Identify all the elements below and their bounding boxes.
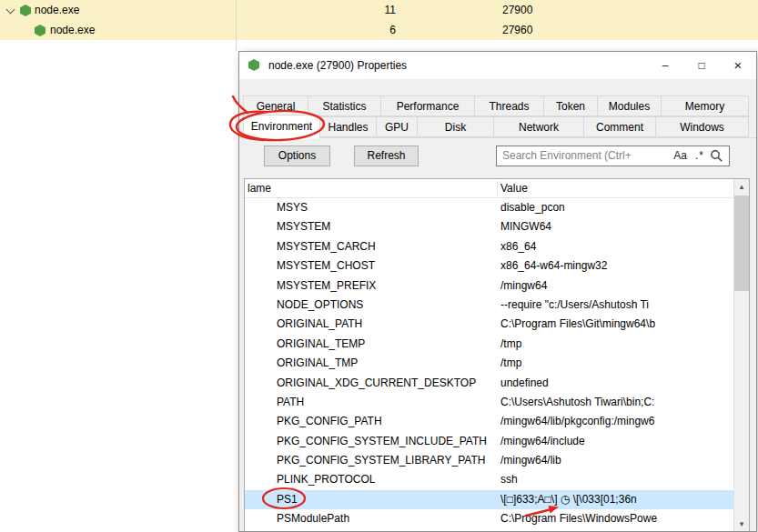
env-value: /mingw64 xyxy=(500,276,547,296)
search-input[interactable]: Search Environment (Ctrl+ Aa .* xyxy=(496,146,730,166)
list-header: lame Value xyxy=(245,179,733,198)
tab-token[interactable]: Token xyxy=(543,95,598,116)
tab-statistics[interactable]: Statistics xyxy=(308,95,381,116)
env-row[interactable]: ORIGINAL_TEMP/tmp xyxy=(245,335,733,354)
node-icon xyxy=(35,25,45,36)
column-separator[interactable] xyxy=(497,181,498,196)
env-name: MSYSTEM xyxy=(277,217,330,236)
env-row-selected[interactable]: PS1\[□]633;A□\] ◷ \[\033[01;36n xyxy=(245,490,733,509)
env-row[interactable]: PKG_CONFIG_SYSTEM_LIBRARY_PATH/mingw64/l… xyxy=(245,451,733,470)
column-gridline xyxy=(236,0,237,51)
tab-modules[interactable]: Modules xyxy=(597,95,662,116)
env-row[interactable]: PKG_CONFIG_PATH/mingw64/lib/pkgconfig:/m… xyxy=(245,412,733,431)
process-row[interactable]: node.exe 6 27960 xyxy=(0,20,758,40)
env-row[interactable]: MSYSTEM_CHOSTx86_64-w64-mingw32 xyxy=(245,256,733,276)
screen: node.exe 11 27900 node.exe 6 27960 node.… xyxy=(0,0,758,532)
env-name: PKG_CONFIG_SYSTEM_LIBRARY_PATH xyxy=(277,451,485,470)
env-value: --require "c:/Users/Ashutosh Ti xyxy=(500,296,649,315)
env-row[interactable]: PLINK_PROTOCOLssh xyxy=(245,470,733,489)
vertical-scrollbar[interactable]: ▴ ▾ xyxy=(733,179,749,532)
tab-threads[interactable]: Threads xyxy=(474,95,544,116)
env-row[interactable]: ORIGINAL_TMP/tmp xyxy=(245,354,733,373)
env-value: disable_pcon xyxy=(500,198,565,217)
env-value: MINGW64 xyxy=(500,217,551,236)
search-icon[interactable] xyxy=(710,149,723,163)
env-value: /mingw64/lib xyxy=(500,451,561,470)
search-placeholder: Search Environment (Ctrl+ xyxy=(502,146,632,166)
env-name: ORIGINAL_TEMP xyxy=(277,335,365,354)
env-value: /mingw64/lib/pkgconfig:/mingw6 xyxy=(500,412,654,431)
env-row[interactable]: PATHC:\Users\Ashutosh Tiwari\bin;C: xyxy=(245,393,733,412)
env-value: /tmp xyxy=(500,354,521,373)
tab-disk[interactable]: Disk xyxy=(417,116,494,137)
env-row[interactable]: ORIGINAL_PATHC:\Program Files\Git\mingw6… xyxy=(245,315,733,334)
process-name: node.exe xyxy=(50,20,95,40)
env-name: PLINK_PROTOCOL xyxy=(277,470,375,489)
match-case-icon[interactable]: Aa xyxy=(673,146,687,166)
close-button[interactable]: × xyxy=(720,52,756,78)
process-name: node.exe xyxy=(35,0,79,20)
tab-general[interactable]: General xyxy=(243,95,308,116)
regex-icon[interactable]: .* xyxy=(695,146,704,166)
tab-handles[interactable]: Handles xyxy=(319,116,377,137)
process-threads: 6 xyxy=(355,20,396,40)
env-row[interactable]: MSYSTEMMINGW64 xyxy=(245,217,733,236)
node-icon xyxy=(248,59,259,71)
env-name: MSYS xyxy=(277,198,308,217)
env-row[interactable]: MSYSdisable_pcon xyxy=(245,198,733,217)
tab-row-2: Environment Handles GPU Disk Network Com… xyxy=(243,116,754,141)
tab-memory[interactable]: Memory xyxy=(661,95,749,116)
env-name: ORIGINAL_XDG_CURRENT_DESKTOP xyxy=(277,374,476,393)
tab-performance[interactable]: Performance xyxy=(380,95,475,116)
maximize-button[interactable]: □ xyxy=(683,52,720,78)
node-icon xyxy=(20,5,31,16)
env-value: ssh xyxy=(500,470,518,489)
environment-list: lame Value MSYSdisable_pcon MSYSTEMMINGW… xyxy=(244,178,750,532)
process-row[interactable]: node.exe 11 27900 xyxy=(0,0,758,20)
env-value: C:\Users\Ashutosh Tiwari\bin;C: xyxy=(500,393,654,412)
tab-windows[interactable]: Windows xyxy=(655,116,749,137)
scrollbar-thumb[interactable] xyxy=(734,196,749,291)
env-value: x86_64-w64-mingw32 xyxy=(500,256,607,276)
env-row[interactable]: MSYSTEM_CARCHx86_64 xyxy=(245,237,733,256)
process-threads: 11 xyxy=(355,0,396,20)
window-controls: – □ × xyxy=(647,52,756,78)
env-value: x86_64 xyxy=(500,237,536,256)
env-value: undefined xyxy=(500,374,549,393)
tab-gpu[interactable]: GPU xyxy=(376,116,418,137)
env-row[interactable]: PSModulePathC:\Program Files\WindowsPowe xyxy=(245,509,733,528)
env-row[interactable]: ORIGINAL_XDG_CURRENT_DESKTOPundefined xyxy=(245,374,733,393)
env-name: PS1 xyxy=(277,490,298,509)
env-name: PATH xyxy=(277,393,304,412)
env-name: PSModulePath xyxy=(277,509,349,528)
env-name: ORIGINAL_PATH xyxy=(277,315,362,334)
column-header-value[interactable]: Value xyxy=(500,179,528,197)
env-name: PKG_CONFIG_SYSTEM_INCLUDE_PATH xyxy=(277,432,487,451)
tab-network[interactable]: Network xyxy=(493,116,584,137)
env-name: NODE_OPTIONS xyxy=(277,296,363,315)
env-value: /mingw64/include xyxy=(500,432,585,451)
env-value: \[□]633;A□\] ◷ \[\033[01;36n xyxy=(500,490,637,509)
env-row[interactable]: MSYSTEM_PREFIX/mingw64 xyxy=(245,276,733,296)
options-button[interactable]: Options xyxy=(264,146,330,166)
env-value: /tmp xyxy=(500,335,521,354)
list-rows: MSYSdisable_pcon MSYSTEMMINGW64 MSYSTEM_… xyxy=(245,198,733,532)
env-name: PKG_CONFIG_PATH xyxy=(277,412,382,431)
dialog-title: node.exe (27900) Properties xyxy=(268,52,407,79)
env-row[interactable]: NODE_OPTIONS--require "c:/Users/Ashutosh… xyxy=(245,296,733,315)
env-value: C:\Program Files\WindowsPowe xyxy=(500,509,657,528)
tab-environment[interactable]: Environment xyxy=(243,115,320,139)
env-row[interactable]: PKG_CONFIG_SYSTEM_INCLUDE_PATH/mingw64/i… xyxy=(245,432,733,451)
scroll-up-icon[interactable]: ▴ xyxy=(734,179,749,195)
process-pid: 27960 xyxy=(502,20,532,40)
process-pid: 27900 xyxy=(502,0,532,20)
tab-comment[interactable]: Comment xyxy=(583,116,656,137)
chevron-down-icon[interactable] xyxy=(6,5,15,15)
dialog-titlebar: node.exe (27900) Properties – □ × xyxy=(239,52,756,79)
column-header-name[interactable]: lame xyxy=(248,179,271,197)
minimize-button[interactable]: – xyxy=(647,52,683,78)
scroll-down-icon[interactable]: ▾ xyxy=(734,517,749,532)
refresh-button[interactable]: Refresh xyxy=(354,146,419,166)
env-name: MSYSTEM_CHOST xyxy=(277,256,375,276)
env-value: C:\Program Files\Git\mingw64\b xyxy=(500,315,655,334)
